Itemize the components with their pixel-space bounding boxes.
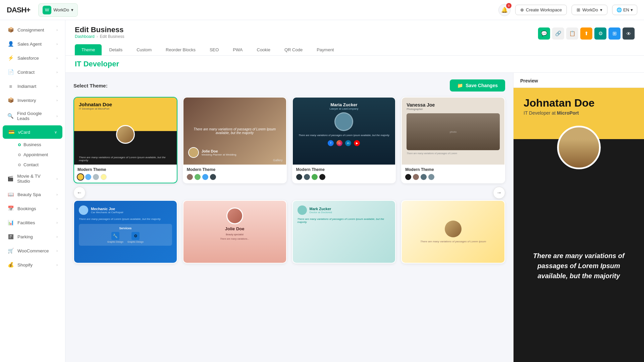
workspace-button[interactable]: W WorkDo ▾ xyxy=(38,3,78,17)
color-swatch-3[interactable] xyxy=(312,174,318,180)
icon-toolbar: 💬 🔗 📋 ⬆ ⚙ ⊞ 👁 xyxy=(538,27,635,40)
tab-cookie[interactable]: Cookie xyxy=(250,44,277,55)
chevron-right-icon: › xyxy=(56,56,58,60)
color-swatch-gray[interactable] xyxy=(93,174,99,180)
globe-icon: 🌐 xyxy=(616,7,622,12)
theme-card-jolie-pink[interactable]: Jolie Doe Beauty specialist There are ma… xyxy=(183,200,287,263)
color-swatch-3[interactable] xyxy=(421,174,427,180)
preview-card-top: Johnatan Doe IT Developer at MicroPort xyxy=(514,88,644,122)
color-swatch-brown[interactable] xyxy=(187,174,193,180)
breadcrumb: Dashboard › Edit Business xyxy=(75,34,124,39)
sidebar-item-parking[interactable]: 🅿 Parking › xyxy=(2,230,63,243)
chevron-right-icon: › xyxy=(56,84,58,88)
tab-seo[interactable]: SEO xyxy=(203,44,225,55)
sidebar-subitem-appointment[interactable]: Appointment xyxy=(15,150,63,160)
theme-card-mark[interactable]: Mark Zucker Doctor at Doctored There are… xyxy=(292,200,396,263)
sidebar-item-indiamart[interactable]: ≡ Indiamart › xyxy=(2,79,63,93)
chevron-down-icon: ∨ xyxy=(54,130,57,134)
color-swatch-green[interactable] xyxy=(195,174,201,180)
woocommerce-icon: 🛒 xyxy=(7,247,14,254)
tabs-bar: Theme Details Custom Reorder Blocks SEO … xyxy=(75,44,635,55)
sidebar-item-find-google-leads[interactable]: 🔍 Find Google Leads › xyxy=(2,108,63,124)
color-swatch-blue[interactable] xyxy=(202,174,208,180)
share-button[interactable]: ⬆ xyxy=(580,27,592,40)
color-swatch-4[interactable] xyxy=(319,174,325,180)
theme-card-info-light: Modern Theme xyxy=(402,165,504,183)
google-leads-icon: 🔍 xyxy=(7,113,14,119)
sidebar-item-woocommerce[interactable]: 🛒 WooCommerce › xyxy=(2,244,63,257)
language-button[interactable]: 🌐 EN ▾ xyxy=(612,5,637,15)
tab-theme[interactable]: Theme xyxy=(75,44,102,55)
preview-panel: Preview Johnatan Doe IT Developer at Mic… xyxy=(513,73,644,362)
sidebar-item-shopify[interactable]: 💰 Shopify › xyxy=(2,258,63,272)
theme-card-warm[interactable]: There are many variations of passages of… xyxy=(183,97,287,183)
color-swatch-2[interactable] xyxy=(413,174,419,180)
preview-eye-button[interactable]: 👁 xyxy=(623,27,635,40)
sidebar-item-bookings[interactable]: 📅 Bookings › xyxy=(2,202,63,215)
color-swatch-2[interactable] xyxy=(304,174,310,180)
theme-card-warm2[interactable]: There are many variations of passages of… xyxy=(401,200,505,263)
theme-card-image-teal: Maria Zucker Lawyer at LawCompany There … xyxy=(293,98,395,165)
edit-title: Edit Business xyxy=(75,25,124,34)
tab-qr-code[interactable]: QR Code xyxy=(278,44,309,55)
color-swatch-yellow[interactable] xyxy=(77,174,84,180)
color-swatch-lightyellow[interactable] xyxy=(101,174,107,180)
color-swatch-1[interactable] xyxy=(296,174,302,180)
theme-card-info-yellow: Modern Theme xyxy=(74,165,177,183)
preview-title: Preview xyxy=(514,73,644,88)
sidebar-subitem-business[interactable]: Business xyxy=(15,140,63,149)
content-area: Edit Business Dashboard › Edit Business … xyxy=(65,20,644,362)
tab-custom[interactable]: Custom xyxy=(130,44,158,55)
sidebar-item-salesforce[interactable]: ⚡ Salesforce › xyxy=(2,51,63,65)
sidebar-item-label: vCard xyxy=(18,130,30,135)
dot-icon xyxy=(18,164,21,166)
workdo-button[interactable]: ⊞ WorkDo ▾ xyxy=(572,5,607,15)
theme-card-mechanic[interactable]: Mechanic Joe Car Mechanic at CarRepair T… xyxy=(73,200,177,263)
business-name: IT Developer xyxy=(75,60,119,68)
theme-card-image-warm: There are many variations of passages of… xyxy=(183,98,286,165)
color-swatch-blue[interactable] xyxy=(85,174,91,180)
tc-avatar-warm xyxy=(188,147,199,158)
copy-button[interactable]: 📋 xyxy=(566,27,578,40)
grid-button[interactable]: ⊞ xyxy=(608,27,621,40)
jolie-pink-name: Jolie Doe xyxy=(225,226,245,231)
sidebar-item-vcard[interactable]: 💳 vCard ∨ xyxy=(3,125,62,139)
color-swatch-4[interactable] xyxy=(428,174,434,180)
warm2-avatar xyxy=(445,221,462,237)
tab-pwa[interactable]: PWA xyxy=(226,44,249,55)
tc-vanessa-photo: photo xyxy=(407,113,500,150)
theme-color-swatches xyxy=(296,174,392,180)
next-arrow-button[interactable]: → xyxy=(493,187,505,199)
save-changes-button[interactable]: 📁 Save Changes xyxy=(450,79,505,92)
business-name-bar: IT Developer xyxy=(65,56,644,73)
theme-card-yellow[interactable]: Johnatan Doe IT Developer at MicroPort T… xyxy=(73,97,177,183)
color-swatch-dark[interactable] xyxy=(210,174,216,180)
notifications-button[interactable]: 🔔 9 xyxy=(498,4,511,16)
prev-arrow-button[interactable]: ← xyxy=(73,187,86,199)
create-workspace-label: Create Workspace xyxy=(526,7,562,12)
sidebar-item-sales-agent[interactable]: 👤 Sales Agent › xyxy=(2,37,63,51)
breadcrumb-home[interactable]: Dashboard xyxy=(75,34,95,39)
sidebar-item-movie-tv[interactable]: 🎬 Movie & TV Studio › xyxy=(2,170,63,187)
theme-card-teal[interactable]: Maria Zucker Lawyer at LawCompany There … xyxy=(292,97,396,183)
whatsapp-button[interactable]: 💬 xyxy=(538,27,550,40)
color-swatch-1[interactable] xyxy=(405,174,411,180)
tab-reorder-blocks[interactable]: Reorder Blocks xyxy=(159,44,202,55)
settings-button[interactable]: ⚙ xyxy=(594,27,606,40)
tab-details[interactable]: Details xyxy=(102,44,129,55)
sidebar-item-contract[interactable]: 📄 Contract › xyxy=(2,65,63,79)
tc-jolie-title: Wedding Planner at Wedding xyxy=(202,153,236,156)
theme-card-light[interactable]: Vanessa Joe Photographer photo There are… xyxy=(401,97,505,183)
sidebar-item-consignment[interactable]: 📦 Consignment › xyxy=(2,23,63,37)
movie-icon: 🎬 xyxy=(7,175,14,182)
sidebar-item-beauty-spa[interactable]: 📖 Beauty Spa › xyxy=(2,188,63,201)
sidebar-item-facilities[interactable]: 📊 Facilities › xyxy=(2,216,63,229)
page-title: Edit Business Dashboard › Edit Business xyxy=(75,25,124,42)
tc-fb-icon: f xyxy=(328,140,334,146)
create-workspace-button[interactable]: ⊕ Create Workspace xyxy=(515,5,567,15)
link-button[interactable]: 🔗 xyxy=(552,27,564,40)
sidebar-item-inventory[interactable]: 📦 Inventory › xyxy=(2,94,63,107)
sidebar-subitem-contact[interactable]: Contact xyxy=(15,160,63,170)
tab-payment[interactable]: Payment xyxy=(310,44,340,55)
sidebar-item-label: Contract xyxy=(17,70,35,75)
